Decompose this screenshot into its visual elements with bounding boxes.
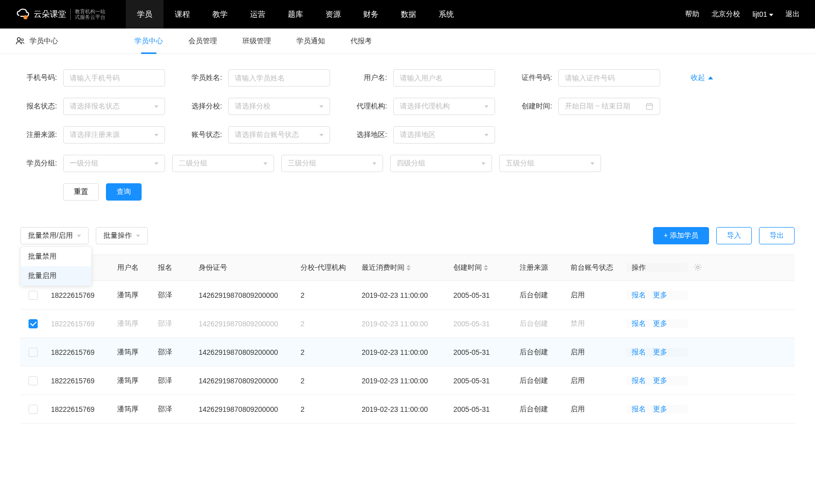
filter-label-branch: 选择分校: bbox=[185, 102, 222, 111]
import-button[interactable]: 导入 bbox=[716, 227, 752, 244]
user-menu[interactable]: lijt01 bbox=[752, 10, 773, 18]
action-register[interactable]: 报名 bbox=[632, 291, 646, 299]
gear-icon[interactable] bbox=[694, 265, 702, 273]
group-select-3[interactable]: 三级分组 bbox=[281, 155, 383, 172]
export-button[interactable]: 导出 bbox=[759, 227, 795, 244]
batch-enable-item[interactable]: 批量启用 bbox=[21, 266, 91, 286]
cell-id: 14262919870809200000 bbox=[194, 348, 295, 356]
filter-label-username: 用户名: bbox=[350, 73, 387, 82]
col-consume[interactable]: 最近消费时间 bbox=[357, 263, 448, 272]
table-toolbar: 批量禁用/启用 批量禁用 批量启用 批量操作 + 添加学员 导入 导出 bbox=[0, 217, 815, 255]
create-time-picker[interactable]: 开始日期 ~ 结束日期 bbox=[558, 98, 660, 115]
batch-toggle-dropdown[interactable]: 批量禁用/启用 bbox=[20, 227, 89, 244]
cell-branch: 2 bbox=[295, 291, 357, 299]
action-more[interactable]: 更多 bbox=[653, 291, 667, 299]
phone-input[interactable] bbox=[63, 69, 165, 87]
topnav-item-6[interactable]: 财务 bbox=[352, 0, 390, 29]
action-more[interactable]: 更多 bbox=[653, 319, 667, 327]
calendar-icon bbox=[645, 102, 654, 110]
region-select[interactable]: 请选择地区 bbox=[393, 126, 495, 144]
top-nav: 云朵课堂 教育机构一站 式服务云平台 学员课程教学运营题库资源财务数据系统 帮助… bbox=[0, 0, 815, 29]
name-input[interactable] bbox=[228, 69, 330, 87]
cell-user: 潘筠厚 bbox=[112, 405, 153, 414]
batch-toggle-menu: 批量禁用 批量启用 bbox=[20, 246, 92, 286]
add-student-button[interactable]: + 添加学员 bbox=[653, 227, 709, 244]
batch-ops-dropdown[interactable]: 批量操作 bbox=[96, 227, 148, 244]
action-more[interactable]: 更多 bbox=[653, 348, 667, 356]
row-checkbox[interactable] bbox=[29, 405, 38, 414]
filter-label-phone: 手机号码: bbox=[20, 73, 57, 82]
subnav-item-1[interactable]: 会员管理 bbox=[178, 29, 227, 54]
chevron-down-icon bbox=[154, 105, 158, 108]
logo: 云朵课堂 教育机构一站 式服务云平台 bbox=[15, 8, 105, 20]
reset-button[interactable]: 重置 bbox=[63, 183, 99, 201]
cell-user: 潘筠厚 bbox=[112, 291, 153, 300]
subnav-item-3[interactable]: 学员通知 bbox=[286, 29, 335, 54]
acct-status-select[interactable]: 请选择前台账号状态 bbox=[228, 126, 330, 144]
chevron-down-icon bbox=[77, 235, 81, 237]
group-select-4[interactable]: 四级分组 bbox=[390, 155, 492, 172]
branch-select[interactable]: 请选择分校 bbox=[228, 98, 330, 115]
batch-disable-item[interactable]: 批量禁用 bbox=[21, 247, 91, 266]
source-select[interactable]: 请选择注册来源 bbox=[63, 126, 165, 144]
action-register[interactable]: 报名 bbox=[632, 376, 646, 384]
collapse-toggle[interactable]: 收起 bbox=[691, 73, 713, 82]
sort-icon bbox=[406, 265, 411, 271]
chevron-down-icon bbox=[484, 105, 488, 108]
group-select-5[interactable]: 五级分组 bbox=[499, 155, 601, 172]
topnav-item-7[interactable]: 数据 bbox=[390, 0, 427, 29]
branch-link[interactable]: 北京分校 bbox=[712, 10, 740, 19]
group-select-2[interactable]: 二级分组 bbox=[172, 155, 274, 172]
help-link[interactable]: 帮助 bbox=[685, 10, 699, 19]
cell-ops: 报名更多 bbox=[627, 348, 688, 357]
row-checkbox[interactable] bbox=[29, 348, 38, 357]
action-register[interactable]: 报名 bbox=[632, 319, 646, 327]
agency-select[interactable]: 请选择代理机构 bbox=[393, 98, 495, 115]
subnav-item-0[interactable]: 学员中心 bbox=[124, 29, 173, 54]
row-checkbox[interactable] bbox=[29, 319, 38, 328]
table-row: 18222615769潘筠厚邵泽142629198708092000002201… bbox=[20, 367, 795, 395]
topnav-item-5[interactable]: 资源 bbox=[314, 0, 352, 29]
row-checkbox[interactable] bbox=[29, 376, 38, 385]
chevron-down-icon bbox=[481, 162, 485, 165]
logout-link[interactable]: 退出 bbox=[785, 10, 800, 19]
topnav-item-2[interactable]: 教学 bbox=[201, 0, 239, 29]
filter-label-name: 学员姓名: bbox=[185, 73, 222, 82]
cell-status: 启用 bbox=[565, 291, 627, 300]
action-more[interactable]: 更多 bbox=[653, 405, 667, 413]
cell-reg: 邵泽 bbox=[153, 348, 194, 357]
cell-user: 潘筠厚 bbox=[112, 319, 153, 328]
subnav-item-4[interactable]: 代报考 bbox=[340, 29, 382, 54]
action-register[interactable]: 报名 bbox=[632, 348, 646, 356]
topnav-item-3[interactable]: 运营 bbox=[239, 0, 277, 29]
col-status: 前台账号状态 bbox=[565, 263, 627, 272]
row-checkbox[interactable] bbox=[29, 291, 38, 300]
filter-label-acct-status: 账号状态: bbox=[185, 130, 222, 139]
student-table: 用户名 报名 身份证号 分校-代理机构 最近消费时间 创建时间 注册来源 前台账… bbox=[20, 255, 795, 424]
action-register[interactable]: 报名 bbox=[632, 405, 646, 413]
idnum-input[interactable] bbox=[558, 69, 660, 87]
reg-status-select[interactable]: 请选择报名状态 bbox=[63, 98, 165, 115]
subnav-item-2[interactable]: 班级管理 bbox=[232, 29, 281, 54]
topnav-item-4[interactable]: 题库 bbox=[277, 0, 314, 29]
cell-reg: 邵泽 bbox=[153, 319, 194, 328]
topnav-item-1[interactable]: 课程 bbox=[164, 0, 201, 29]
username-input[interactable] bbox=[393, 69, 495, 87]
col-create[interactable]: 创建时间 bbox=[448, 263, 514, 272]
svg-rect-3 bbox=[646, 104, 653, 109]
cell-phone: 18222615769 bbox=[46, 320, 112, 328]
chevron-down-icon bbox=[484, 134, 488, 136]
query-button[interactable]: 查询 bbox=[106, 183, 142, 201]
col-branch: 分校-代理机构 bbox=[295, 263, 357, 272]
topnav-item-0[interactable]: 学员 bbox=[126, 0, 164, 29]
cell-status: 启用 bbox=[565, 405, 627, 414]
group-select-1[interactable]: 一级分组 bbox=[63, 155, 165, 172]
cell-reg: 邵泽 bbox=[153, 405, 194, 414]
cell-branch: 2 bbox=[295, 320, 357, 328]
action-more[interactable]: 更多 bbox=[653, 376, 667, 384]
cell-phone: 18222615769 bbox=[46, 377, 112, 385]
topnav-item-8[interactable]: 系统 bbox=[427, 0, 465, 29]
cell-source: 后台创建 bbox=[514, 319, 565, 328]
filter-panel: 手机号码: 学员姓名: 用户名: 证件号码: 收起 报名状态:请选择报名状态 选… bbox=[0, 54, 815, 217]
table-row: 18222615769潘筠厚邵泽142629198708092000002201… bbox=[20, 281, 795, 310]
